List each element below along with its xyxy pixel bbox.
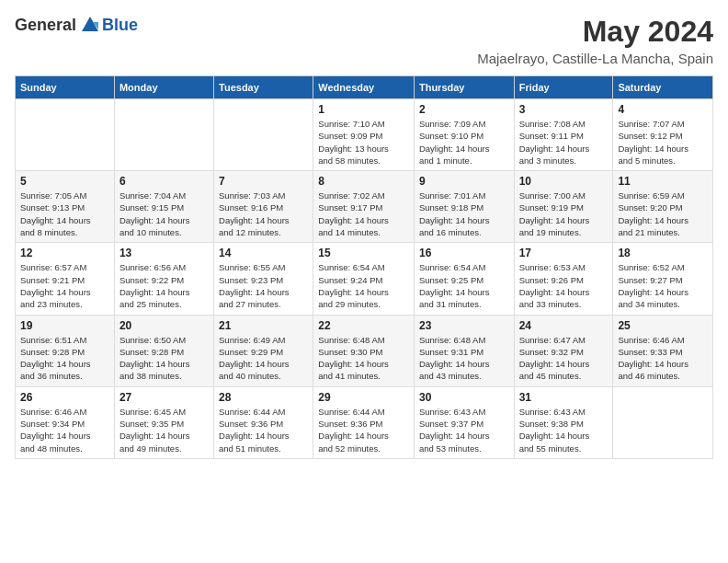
day-info: Sunrise: 6:49 AMSunset: 9:29 PMDaylight:… — [219, 334, 308, 383]
calendar-cell: 6Sunrise: 7:04 AMSunset: 9:15 PMDaylight… — [114, 171, 213, 243]
calendar-cell: 29Sunrise: 6:44 AMSunset: 9:36 PMDayligh… — [313, 386, 415, 458]
week-row-2: 5Sunrise: 7:05 AMSunset: 9:13 PMDaylight… — [16, 171, 713, 243]
calendar-table: SundayMondayTuesdayWednesdayThursdayFrid… — [15, 75, 713, 459]
calendar-cell: 30Sunrise: 6:43 AMSunset: 9:37 PMDayligh… — [414, 386, 514, 458]
weekday-header-thursday: Thursday — [414, 76, 514, 99]
day-info: Sunrise: 6:44 AMSunset: 9:36 PMDaylight:… — [318, 406, 409, 454]
day-number: 18 — [618, 247, 708, 259]
day-number: 24 — [519, 319, 609, 332]
calendar-cell: 9Sunrise: 7:01 AMSunset: 9:18 PMDaylight… — [414, 171, 514, 243]
logo: General Blue — [15, 15, 138, 35]
weekday-header-monday: Monday — [114, 76, 213, 99]
day-info: Sunrise: 6:56 AMSunset: 9:22 PMDaylight:… — [119, 261, 209, 310]
day-number: 17 — [519, 247, 609, 259]
day-number: 25 — [618, 319, 708, 332]
day-number: 26 — [20, 391, 109, 404]
calendar-cell: 8Sunrise: 7:02 AMSunset: 9:17 PMDaylight… — [313, 171, 415, 243]
day-info: Sunrise: 6:59 AMSunset: 9:20 PMDaylight:… — [618, 190, 708, 238]
week-row-4: 19Sunrise: 6:51 AMSunset: 9:28 PMDayligh… — [16, 315, 713, 386]
day-number: 23 — [419, 319, 509, 332]
day-info: Sunrise: 7:09 AMSunset: 9:10 PMDaylight:… — [419, 118, 509, 167]
calendar-cell — [214, 99, 313, 171]
day-number: 7 — [219, 175, 308, 188]
calendar-cell: 27Sunrise: 6:45 AMSunset: 9:35 PMDayligh… — [114, 386, 213, 458]
location-title: Majaelrayo, Castille-La Mancha, Spain — [477, 51, 713, 66]
day-number: 30 — [419, 391, 509, 404]
day-info: Sunrise: 6:46 AMSunset: 9:34 PMDaylight:… — [20, 406, 109, 454]
day-number: 28 — [219, 391, 308, 404]
calendar-cell: 17Sunrise: 6:53 AMSunset: 9:26 PMDayligh… — [514, 243, 613, 315]
day-number: 20 — [119, 319, 209, 332]
day-number: 29 — [318, 391, 409, 404]
day-number: 3 — [519, 103, 609, 116]
calendar-cell: 10Sunrise: 7:00 AMSunset: 9:19 PMDayligh… — [514, 171, 613, 243]
day-info: Sunrise: 6:54 AMSunset: 9:24 PMDaylight:… — [318, 261, 409, 310]
day-info: Sunrise: 6:53 AMSunset: 9:26 PMDaylight:… — [519, 261, 609, 310]
day-number: 19 — [20, 319, 109, 332]
weekday-header-wednesday: Wednesday — [313, 76, 415, 99]
day-number: 22 — [318, 319, 409, 332]
day-info: Sunrise: 6:46 AMSunset: 9:33 PMDaylight:… — [618, 334, 708, 383]
day-info: Sunrise: 6:45 AMSunset: 9:35 PMDaylight:… — [119, 406, 209, 454]
calendar-cell — [114, 99, 213, 171]
day-info: Sunrise: 6:55 AMSunset: 9:23 PMDaylight:… — [219, 261, 308, 310]
calendar-cell: 15Sunrise: 6:54 AMSunset: 9:24 PMDayligh… — [313, 243, 415, 315]
calendar-cell: 1Sunrise: 7:10 AMSunset: 9:09 PMDaylight… — [313, 99, 415, 171]
day-number: 8 — [318, 175, 409, 188]
calendar-cell: 24Sunrise: 6:47 AMSunset: 9:32 PMDayligh… — [514, 315, 613, 386]
calendar-cell: 13Sunrise: 6:56 AMSunset: 9:22 PMDayligh… — [114, 243, 213, 315]
calendar-cell: 19Sunrise: 6:51 AMSunset: 9:28 PMDayligh… — [16, 315, 115, 386]
calendar-cell: 31Sunrise: 6:43 AMSunset: 9:38 PMDayligh… — [514, 386, 613, 458]
day-info: Sunrise: 6:43 AMSunset: 9:38 PMDaylight:… — [519, 406, 609, 454]
week-row-1: 1Sunrise: 7:10 AMSunset: 9:09 PMDaylight… — [16, 99, 713, 171]
day-info: Sunrise: 7:02 AMSunset: 9:17 PMDaylight:… — [318, 190, 409, 238]
calendar-cell: 4Sunrise: 7:07 AMSunset: 9:12 PMDaylight… — [613, 99, 713, 171]
calendar-cell: 23Sunrise: 6:48 AMSunset: 9:31 PMDayligh… — [414, 315, 514, 386]
calendar-cell: 21Sunrise: 6:49 AMSunset: 9:29 PMDayligh… — [214, 315, 313, 386]
day-number: 21 — [219, 319, 308, 332]
day-info: Sunrise: 6:48 AMSunset: 9:31 PMDaylight:… — [419, 334, 509, 383]
calendar-cell: 18Sunrise: 6:52 AMSunset: 9:27 PMDayligh… — [613, 243, 713, 315]
day-info: Sunrise: 6:50 AMSunset: 9:28 PMDaylight:… — [119, 334, 209, 383]
weekday-header-row: SundayMondayTuesdayWednesdayThursdayFrid… — [16, 76, 713, 99]
day-number: 4 — [618, 103, 708, 116]
weekday-header-sunday: Sunday — [16, 76, 115, 99]
day-info: Sunrise: 6:47 AMSunset: 9:32 PMDaylight:… — [519, 334, 609, 383]
day-number: 9 — [419, 175, 509, 188]
calendar-cell: 26Sunrise: 6:46 AMSunset: 9:34 PMDayligh… — [16, 386, 115, 458]
day-info: Sunrise: 6:52 AMSunset: 9:27 PMDaylight:… — [618, 261, 708, 310]
weekday-header-tuesday: Tuesday — [214, 76, 313, 99]
calendar-cell — [613, 386, 713, 458]
week-row-5: 26Sunrise: 6:46 AMSunset: 9:34 PMDayligh… — [16, 386, 713, 458]
day-number: 6 — [119, 175, 209, 188]
day-info: Sunrise: 6:43 AMSunset: 9:37 PMDaylight:… — [419, 406, 509, 454]
day-info: Sunrise: 6:44 AMSunset: 9:36 PMDaylight:… — [219, 406, 308, 454]
day-number: 14 — [219, 247, 308, 259]
weekday-header-saturday: Saturday — [613, 76, 713, 99]
day-info: Sunrise: 7:03 AMSunset: 9:16 PMDaylight:… — [219, 190, 308, 238]
day-number: 11 — [618, 175, 708, 188]
day-info: Sunrise: 7:01 AMSunset: 9:18 PMDaylight:… — [419, 190, 509, 238]
calendar-cell: 28Sunrise: 6:44 AMSunset: 9:36 PMDayligh… — [214, 386, 313, 458]
calendar-cell: 7Sunrise: 7:03 AMSunset: 9:16 PMDaylight… — [214, 171, 313, 243]
calendar-cell: 5Sunrise: 7:05 AMSunset: 9:13 PMDaylight… — [16, 171, 115, 243]
day-info: Sunrise: 7:05 AMSunset: 9:13 PMDaylight:… — [20, 190, 109, 238]
logo-blue: Blue — [102, 16, 138, 35]
day-info: Sunrise: 6:57 AMSunset: 9:21 PMDaylight:… — [20, 261, 109, 310]
day-info: Sunrise: 6:51 AMSunset: 9:28 PMDaylight:… — [20, 334, 109, 383]
day-info: Sunrise: 6:54 AMSunset: 9:25 PMDaylight:… — [419, 261, 509, 310]
calendar-cell: 2Sunrise: 7:09 AMSunset: 9:10 PMDaylight… — [414, 99, 514, 171]
day-info: Sunrise: 6:48 AMSunset: 9:30 PMDaylight:… — [318, 334, 409, 383]
calendar-cell: 12Sunrise: 6:57 AMSunset: 9:21 PMDayligh… — [16, 243, 115, 315]
day-number: 15 — [318, 247, 409, 259]
day-info: Sunrise: 7:04 AMSunset: 9:15 PMDaylight:… — [119, 190, 209, 238]
weekday-header-friday: Friday — [514, 76, 613, 99]
day-number: 5 — [20, 175, 109, 188]
calendar-cell: 14Sunrise: 6:55 AMSunset: 9:23 PMDayligh… — [214, 243, 313, 315]
logo-general: General — [15, 16, 76, 35]
calendar-cell: 16Sunrise: 6:54 AMSunset: 9:25 PMDayligh… — [414, 243, 514, 315]
page-header: General Blue May 2024 Majaelrayo, Castil… — [15, 15, 713, 66]
day-number: 16 — [419, 247, 509, 259]
calendar-cell: 25Sunrise: 6:46 AMSunset: 9:33 PMDayligh… — [613, 315, 713, 386]
day-number: 27 — [119, 391, 209, 404]
